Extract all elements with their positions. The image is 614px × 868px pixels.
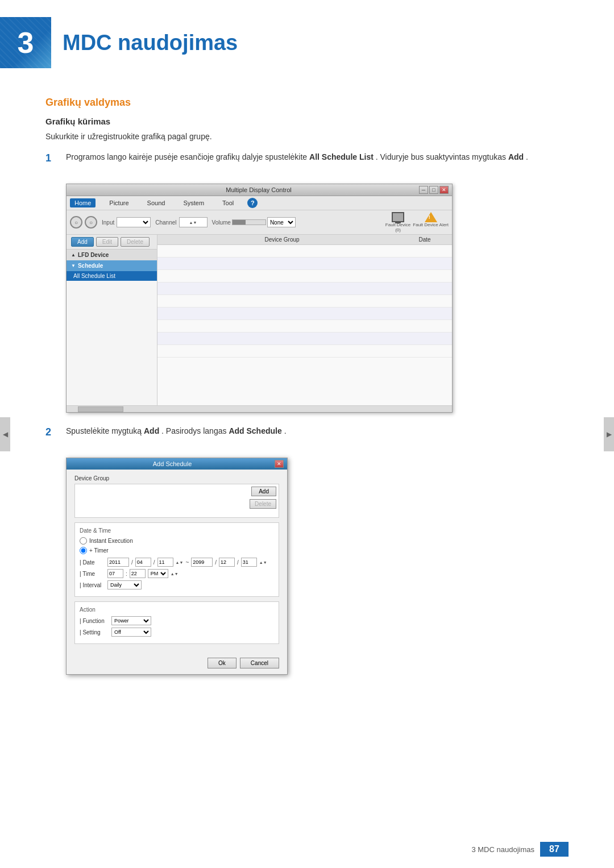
ampm-select[interactable]: PM AM — [148, 569, 168, 578]
function-select[interactable]: Power — [111, 616, 151, 625]
date-sep-4: / — [215, 559, 217, 566]
menu-bar: Home Picture Sound System Tool ? — [67, 196, 452, 210]
table-rows — [157, 245, 452, 358]
channel-group: Channel ▲▼ — [155, 217, 207, 227]
setting-row: | Setting Off On — [80, 628, 274, 637]
power-off-btn[interactable]: ○ — [85, 216, 97, 229]
monitor-stand — [395, 222, 401, 223]
lfd-device-label: LFD Device — [78, 252, 109, 258]
fault-alert-label: Fault Device Alert — [413, 222, 449, 227]
maximize-btn[interactable]: □ — [429, 186, 438, 194]
date-day-start[interactable] — [157, 558, 173, 567]
date-day-end[interactable] — [241, 558, 257, 567]
fault-device-label: Fault Device (0) — [385, 222, 410, 232]
step-1-text3: . — [526, 152, 528, 161]
cancel-button[interactable]: Cancel — [240, 658, 279, 668]
volume-slider[interactable] — [232, 219, 266, 225]
close-btn[interactable]: ✕ — [439, 186, 449, 194]
action-section: Action | Function Power | Setting Off On — [74, 601, 279, 644]
step-2-text-before: Spustelėkite mygtuką — [66, 426, 142, 435]
mdc-window: Multiple Display Control ─ □ ✕ Home Pict… — [66, 184, 453, 413]
page-number: 87 — [540, 842, 569, 857]
step-2-text2: . Pasirodys langas — [161, 426, 226, 435]
device-icons: Fault Device (0) ! Fault Device Alert — [385, 212, 449, 232]
action-bar: Add Edit Delete — [67, 235, 157, 250]
date-month-start[interactable] — [135, 558, 151, 567]
dialog-close-btn[interactable]: ✕ — [275, 460, 284, 468]
dialog-delete-btn[interactable]: Delete — [250, 499, 276, 509]
volume-group: Volume None — [212, 217, 296, 227]
table-row — [157, 308, 452, 320]
device-group-section-label: Device Group — [74, 475, 279, 481]
date-field-label: | Date — [80, 559, 105, 566]
scrollbar-thumb[interactable] — [78, 406, 123, 412]
nav-arrow-left[interactable]: ◀ — [0, 417, 10, 451]
content-area: Grafikų valdymas Grafikų kūrimas Sukurki… — [0, 97, 614, 688]
time-sep: : — [126, 571, 127, 577]
menu-system[interactable]: System — [179, 198, 209, 207]
date-year-end[interactable] — [191, 558, 213, 567]
input-select[interactable] — [117, 217, 151, 227]
instant-label: Instant Execution — [89, 538, 133, 544]
minimize-btn[interactable]: ─ — [419, 186, 428, 194]
step-1-bold1: All Schedule List — [309, 152, 374, 161]
ok-button[interactable]: Ok — [208, 658, 237, 668]
time-row: | Time : PM AM ▲▼ — [80, 569, 274, 578]
monitor-icon — [392, 212, 404, 222]
menu-sound[interactable]: Sound — [143, 198, 170, 207]
none-select[interactable]: None — [267, 217, 296, 227]
table-header: Device Group Date — [157, 235, 452, 245]
edit-button[interactable]: Edit — [96, 237, 118, 247]
step-2-bold1: Add — [144, 426, 159, 435]
date-year-start[interactable] — [107, 558, 129, 567]
action-title: Action — [80, 607, 274, 613]
timer-label: + Timer — [89, 547, 109, 554]
window-title-text: Multiple Display Control — [98, 186, 419, 193]
time-spinner[interactable]: ▲▼ — [171, 572, 179, 576]
delete-button[interactable]: Delete — [121, 237, 150, 247]
date-spinner-end[interactable]: ▲▼ — [259, 560, 267, 564]
step-2-number: 2 — [45, 426, 57, 438]
power-on-btn[interactable]: ○ — [70, 216, 82, 229]
time-field-label: | Time — [80, 571, 105, 577]
channel-label: Channel — [155, 219, 176, 226]
device-group-area: Add Delete — [74, 484, 279, 518]
channel-spinner[interactable]: ▲▼ — [179, 217, 208, 227]
fault-alert-item: ! Fault Device Alert — [413, 212, 449, 232]
date-sep-2: / — [154, 559, 155, 566]
time-hour[interactable] — [107, 569, 123, 578]
instant-radio[interactable] — [80, 537, 87, 545]
power-group: ○ ○ — [70, 216, 97, 229]
horizontal-scrollbar[interactable] — [67, 405, 452, 412]
time-minute[interactable] — [130, 569, 146, 578]
date-month-end[interactable] — [219, 558, 235, 567]
help-button[interactable]: ? — [247, 198, 258, 208]
all-schedule-list-item[interactable]: All Schedule List — [67, 271, 157, 281]
interval-select[interactable]: Daily Weekly Monthly — [107, 580, 142, 589]
left-panel: Add Edit Delete ▲ LFD Device ▼ Schedule — [67, 235, 157, 405]
section-title: Grafikų valdymas — [45, 97, 569, 109]
date-sep-5: / — [237, 559, 239, 566]
nav-arrow-right[interactable]: ▶ — [604, 417, 614, 451]
alert-icon: ! — [425, 212, 437, 222]
menu-picture[interactable]: Picture — [105, 198, 133, 207]
menu-home[interactable]: Home — [70, 198, 96, 207]
table-row — [157, 283, 452, 295]
window-titlebar: Multiple Display Control ─ □ ✕ — [67, 184, 452, 196]
menu-tool[interactable]: Tool — [218, 198, 238, 207]
step-2-text: Spustelėkite mygtuką Add . Pasirodys lan… — [66, 426, 569, 438]
date-header: Date — [402, 236, 447, 243]
schedule-expand-arrow: ▼ — [71, 263, 76, 268]
dialog-add-btn[interactable]: Add — [251, 487, 276, 496]
add-button[interactable]: Add — [71, 237, 94, 247]
timer-radio[interactable] — [80, 547, 87, 554]
date-spinner-start[interactable]: ▲▼ — [176, 560, 184, 564]
volume-label: Volume — [212, 219, 231, 226]
table-row — [157, 270, 452, 283]
setting-select[interactable]: Off On — [111, 628, 151, 637]
interval-row: | Interval Daily Weekly Monthly — [80, 580, 274, 589]
setting-field-label: | Setting — [80, 629, 108, 636]
table-row — [157, 333, 452, 345]
input-label: Input — [102, 219, 114, 226]
window-controls[interactable]: ─ □ ✕ — [419, 186, 449, 194]
